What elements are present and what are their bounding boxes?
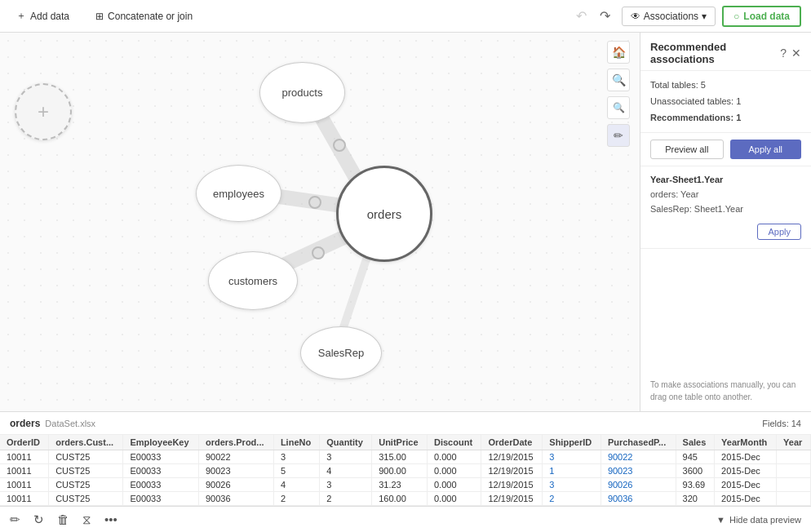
- undo-button[interactable]: ↶: [571, 7, 592, 25]
- rec-title: Year-Sheet1.Year: [650, 175, 801, 184]
- side-panel-header-actions: ? ✕: [780, 47, 801, 60]
- add-node[interactable]: +: [15, 83, 72, 140]
- table-cell[interactable]: 90023: [600, 464, 676, 478]
- table-cell: 31.23: [372, 478, 428, 492]
- table-cell: E00033: [123, 492, 199, 506]
- hide-panel-button[interactable]: ▼ Hide data preview: [716, 515, 801, 525]
- zoom-out-button[interactable]: 🔍: [607, 96, 630, 119]
- table-cell: 945: [676, 450, 714, 464]
- preview-all-button[interactable]: Preview all: [650, 140, 724, 159]
- refresh-tool-button[interactable]: ↻: [33, 512, 44, 527]
- table-cell: E00033: [123, 464, 199, 478]
- table-cell[interactable]: 1: [543, 464, 601, 478]
- pointer-tool-button[interactable]: ✏: [607, 124, 630, 147]
- salesrep-node[interactable]: SalesRep: [300, 326, 382, 379]
- table-cell: E00033: [123, 450, 199, 464]
- column-header: orders.Prod...: [198, 435, 273, 450]
- table-cell: 90022: [198, 450, 273, 464]
- hide-icon: ▼: [716, 515, 725, 525]
- unassociated-tables-stat: Unassociated tables: 1: [650, 94, 801, 110]
- employees-node[interactable]: employees: [196, 165, 281, 222]
- undo-redo-group: ↶ ↷: [571, 7, 615, 25]
- table-cell: 5: [273, 464, 319, 478]
- concatenate-button[interactable]: ⊞ Concatenate or join: [89, 7, 199, 25]
- table-cell: 3: [320, 450, 372, 464]
- table-cell: 3: [320, 478, 372, 492]
- canvas-area[interactable]: + products employees orders customers Sa…: [0, 33, 640, 411]
- data-table-header: OrderIDorders.Cust...EmployeeKeyorders.P…: [0, 435, 811, 450]
- redo-button[interactable]: ↷: [595, 7, 615, 25]
- column-header: Sales: [676, 435, 714, 450]
- delete-tool-button[interactable]: 🗑: [57, 512, 69, 527]
- table-cell[interactable]: 90022: [600, 450, 676, 464]
- table-cell: 315.00: [372, 450, 428, 464]
- apply-all-button[interactable]: Apply all: [730, 140, 802, 159]
- table-cell: 2015-Dec: [715, 478, 777, 492]
- table-cell: 90023: [198, 464, 273, 478]
- data-table-wrapper[interactable]: OrderIDorders.Cust...EmployeeKeyorders.P…: [0, 435, 811, 506]
- table-cell: 12/19/2015: [481, 450, 543, 464]
- table-cell: 93.69: [676, 478, 714, 492]
- table-cell[interactable]: 3: [543, 478, 601, 492]
- concatenate-icon: ⊞: [95, 11, 104, 22]
- table-cell[interactable]: 90036: [600, 492, 676, 506]
- edit-tool-button[interactable]: ✏: [10, 512, 20, 527]
- recommendations-stat: Recommendations: 1: [650, 110, 801, 126]
- add-icon: +: [38, 100, 49, 123]
- table-cell: 320: [676, 492, 714, 506]
- rec-apply-button[interactable]: Apply: [757, 224, 801, 240]
- side-panel-action-buttons: Preview all Apply all: [640, 133, 811, 166]
- table-cell: 2: [320, 492, 372, 506]
- add-data-button[interactable]: ＋ Add data: [10, 6, 76, 26]
- table-cell: [777, 464, 811, 478]
- table-cell: 160.00: [372, 492, 428, 506]
- side-panel-header: Recommended associations ? ✕: [640, 33, 811, 71]
- table-cell: 900.00: [372, 464, 428, 478]
- close-side-panel-button[interactable]: ✕: [791, 47, 801, 60]
- table-cell[interactable]: 90026: [600, 478, 676, 492]
- column-header: ShipperID: [543, 435, 601, 450]
- column-header: Year: [777, 435, 811, 450]
- table-cell: [777, 478, 811, 492]
- side-panel-stats: Total tables: 5 Unassociated tables: 1 R…: [640, 71, 811, 133]
- products-node[interactable]: products: [259, 62, 345, 123]
- associations-button[interactable]: 👁 Associations ▾: [622, 7, 716, 26]
- table-cell: 4: [320, 464, 372, 478]
- table-cell: 3: [273, 450, 319, 464]
- table-cell: 12/19/2015: [481, 478, 543, 492]
- table-cell: CUST25: [49, 464, 123, 478]
- table-cell: 2015-Dec: [715, 492, 777, 506]
- table-cell: CUST25: [49, 450, 123, 464]
- orders-node[interactable]: orders: [336, 166, 432, 262]
- table-cell: 2015-Dec: [715, 450, 777, 464]
- table-cell: 3600: [676, 464, 714, 478]
- column-header: OrderDate: [481, 435, 543, 450]
- table-cell: [777, 492, 811, 506]
- side-panel-title: Recommended associations: [650, 41, 780, 65]
- toolbar-right-group: ↶ ↷ 👁 Associations ▾ ○ Load data: [571, 6, 801, 27]
- plus-icon: ＋: [16, 9, 26, 23]
- column-header: LineNo: [273, 435, 319, 450]
- filter-tool-button[interactable]: ⧖: [82, 512, 91, 527]
- table-cell[interactable]: 3: [543, 450, 601, 464]
- connector-dot-products: [333, 139, 346, 152]
- eye-icon: 👁: [631, 11, 640, 22]
- table-cell: 10011: [0, 464, 49, 478]
- more-tool-button[interactable]: •••: [104, 512, 117, 527]
- home-tool-button[interactable]: 🏠: [607, 41, 630, 64]
- table-cell: 0.000: [427, 450, 481, 464]
- help-button[interactable]: ?: [780, 47, 787, 60]
- circle-icon: ○: [733, 11, 739, 22]
- data-table: OrderIDorders.Cust...EmployeeKeyorders.P…: [0, 435, 811, 506]
- table-cell[interactable]: 2: [543, 492, 601, 506]
- column-header: YearMonth: [715, 435, 777, 450]
- zoom-in-button[interactable]: 🔍: [607, 69, 630, 91]
- load-data-button[interactable]: ○ Load data: [722, 6, 801, 27]
- table-cell: 12/19/2015: [481, 492, 543, 506]
- data-panel: orders DataSet.xlsx Fields: 14 OrderIDor…: [0, 411, 811, 532]
- main-area: + products employees orders customers Sa…: [0, 33, 811, 411]
- data-panel-title: orders: [10, 418, 40, 429]
- column-header: UnitPrice: [372, 435, 428, 450]
- customers-node[interactable]: customers: [208, 251, 298, 310]
- rec-detail-line1: orders: Year: [650, 188, 801, 202]
